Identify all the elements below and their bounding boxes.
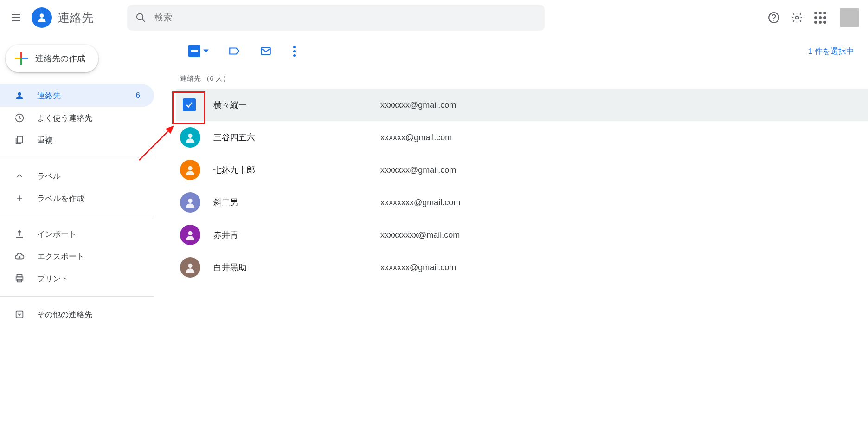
svg-point-16 bbox=[188, 231, 192, 235]
sidebar-item-other[interactable]: その他の連絡先 bbox=[0, 303, 154, 325]
table-row[interactable]: 白井黒助xxxxxxx@gmail.com bbox=[176, 251, 868, 284]
svg-point-17 bbox=[188, 264, 192, 268]
sidebar-item-print[interactable]: プリント bbox=[0, 267, 154, 290]
contact-email: xxxxxxxx@gmail.com bbox=[380, 198, 460, 208]
contact-avatar bbox=[180, 127, 200, 148]
upload-icon bbox=[14, 228, 25, 240]
contact-email: xxxxxxx@gmail.com bbox=[380, 100, 456, 110]
sidebar-item-label: エクスポート bbox=[37, 251, 84, 262]
search-box[interactable] bbox=[127, 5, 545, 31]
contact-name: 赤井青 bbox=[213, 229, 380, 240]
caret-down-icon bbox=[203, 48, 209, 54]
main-menu-button[interactable] bbox=[5, 6, 27, 29]
selection-toggle[interactable] bbox=[188, 45, 209, 57]
sidebar-item-label: プリント bbox=[37, 273, 69, 284]
app-title: 連絡先 bbox=[58, 10, 94, 26]
table-row[interactable]: 三谷四五六xxxxxx@gmail.com bbox=[176, 121, 868, 154]
header-actions bbox=[768, 8, 859, 27]
row-checkbox[interactable] bbox=[183, 98, 196, 111]
contact-avatar bbox=[180, 160, 200, 180]
contact-name: 三谷四五六 bbox=[213, 132, 380, 143]
contact-avatar bbox=[180, 225, 200, 245]
print-icon bbox=[14, 273, 25, 284]
header: 連絡先 bbox=[0, 0, 868, 35]
chevron-up-icon bbox=[14, 170, 25, 182]
create-contact-button[interactable]: 連絡先の作成 bbox=[6, 45, 98, 72]
main-content: 1 件を選択中 連絡先 （6 人） 横々縦一xxxxxxx@gmail.com三… bbox=[176, 38, 868, 284]
app-logo bbox=[32, 7, 52, 28]
copy-icon bbox=[14, 135, 25, 146]
sidebar-item-label: 重複 bbox=[37, 135, 53, 146]
settings-icon[interactable] bbox=[791, 12, 803, 24]
more-actions-button[interactable] bbox=[291, 44, 297, 58]
sidebar-item-label: ラベルを作成 bbox=[37, 193, 84, 204]
cloud-download-icon bbox=[14, 251, 25, 262]
archive-icon bbox=[14, 309, 25, 320]
sidebar-item-contacts[interactable]: 連絡先 6 bbox=[0, 84, 154, 107]
person-icon bbox=[14, 90, 25, 101]
sidebar-item-export[interactable]: エクスポート bbox=[0, 245, 154, 267]
search-input[interactable] bbox=[154, 13, 545, 23]
plus-icon bbox=[14, 193, 25, 204]
history-icon bbox=[14, 112, 25, 123]
email-icon[interactable] bbox=[260, 45, 272, 57]
svg-point-14 bbox=[188, 166, 192, 170]
sidebar-item-label: その他の連絡先 bbox=[37, 309, 92, 320]
selection-toolbar: 1 件を選択中 bbox=[176, 38, 868, 64]
sidebar-item-label: ラベル bbox=[37, 171, 61, 182]
contact-avatar bbox=[180, 192, 200, 213]
sidebar-item-count: 6 bbox=[136, 91, 140, 100]
svg-point-1 bbox=[137, 13, 143, 19]
help-icon[interactable] bbox=[768, 12, 780, 24]
table-row[interactable]: 斜二男xxxxxxxx@gmail.com bbox=[176, 186, 868, 219]
person-icon bbox=[36, 12, 48, 24]
svg-point-5 bbox=[796, 16, 799, 19]
svg-rect-11 bbox=[16, 311, 23, 318]
svg-point-13 bbox=[188, 134, 192, 138]
contact-email: xxxxxxx@gmail.com bbox=[380, 165, 456, 175]
svg-point-0 bbox=[40, 13, 44, 18]
selection-status: 1 件を選択中 bbox=[808, 46, 854, 57]
svg-point-6 bbox=[18, 92, 21, 96]
svg-point-15 bbox=[188, 199, 192, 203]
create-contact-label: 連絡先の作成 bbox=[35, 53, 85, 64]
sidebar-item-label: よく使う連絡先 bbox=[37, 113, 92, 123]
sidebar: 連絡先の作成 連絡先 6 よく使う連絡先 重複 ラベル ラベルを作成 インポート bbox=[0, 35, 154, 325]
sidebar-item-label: 連絡先 bbox=[37, 91, 61, 101]
hamburger-icon bbox=[10, 12, 21, 23]
contact-name: 横々縦一 bbox=[213, 99, 380, 110]
table-row[interactable]: 赤井青xxxxxxxxx@mail.com bbox=[176, 219, 868, 251]
sidebar-item-label: インポート bbox=[37, 229, 77, 240]
google-apps-icon[interactable] bbox=[814, 12, 826, 24]
plus-icon bbox=[15, 52, 28, 65]
svg-point-4 bbox=[773, 20, 774, 21]
sidebar-item-frequent[interactable]: よく使う連絡先 bbox=[0, 107, 154, 129]
contact-table: 横々縦一xxxxxxx@gmail.com三谷四五六xxxxxx@gmail.c… bbox=[176, 89, 868, 284]
svg-rect-7 bbox=[17, 136, 22, 143]
sidebar-item-import[interactable]: インポート bbox=[0, 223, 154, 245]
contact-name: 斜二男 bbox=[213, 197, 380, 208]
contact-name: 白井黒助 bbox=[213, 262, 380, 273]
sidebar-create-label[interactable]: ラベルを作成 bbox=[0, 187, 154, 209]
contact-name: 七鉢九十郎 bbox=[213, 164, 380, 175]
contact-email: xxxxxxx@gmail.com bbox=[380, 263, 456, 273]
sidebar-item-duplicates[interactable]: 重複 bbox=[0, 129, 154, 151]
account-avatar[interactable] bbox=[840, 8, 859, 27]
svg-line-2 bbox=[142, 19, 145, 22]
contact-email: xxxxxxxxx@mail.com bbox=[380, 230, 460, 240]
contact-avatar bbox=[180, 257, 200, 278]
list-header: 連絡先 （6 人） bbox=[176, 64, 868, 89]
sidebar-labels-header[interactable]: ラベル bbox=[0, 165, 154, 187]
indeterminate-checkbox-icon bbox=[188, 45, 200, 57]
label-icon[interactable] bbox=[228, 45, 240, 57]
table-row[interactable]: 横々縦一xxxxxxx@gmail.com bbox=[176, 89, 868, 121]
search-icon bbox=[135, 12, 146, 23]
contact-email: xxxxxx@gmail.com bbox=[380, 133, 452, 143]
table-row[interactable]: 七鉢九十郎xxxxxxx@gmail.com bbox=[176, 154, 868, 186]
